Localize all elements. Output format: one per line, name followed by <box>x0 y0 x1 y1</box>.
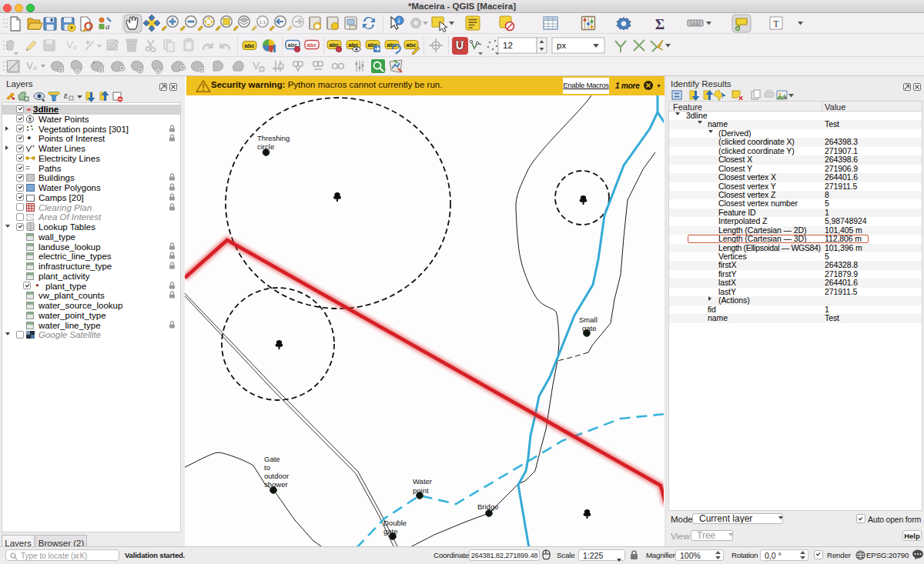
svg-text:abc: abc <box>307 42 317 48</box>
svg-text:outdoor: outdoor <box>264 472 289 480</box>
svg-text:145161: 145161 <box>690 22 701 26</box>
svg-text:point: point <box>413 486 429 495</box>
svg-text:1:1: 1:1 <box>259 20 266 25</box>
svg-text:gate: gate <box>582 324 597 332</box>
svg-text:Bridge: Bridge <box>477 502 498 511</box>
svg-text:circle: circle <box>257 142 274 151</box>
svg-text:12: 12 <box>503 41 513 50</box>
svg-text:ε: ε <box>64 91 68 100</box>
svg-text:Small: Small <box>579 315 598 324</box>
svg-text:gate: gate <box>383 527 398 536</box>
svg-text:Gate: Gate <box>264 455 280 463</box>
svg-text:to: to <box>264 463 270 472</box>
svg-text:T: T <box>773 18 779 29</box>
svg-text:Vₒ: Vₒ <box>26 60 37 72</box>
svg-text:Water: Water <box>413 477 432 486</box>
svg-text:Σ: Σ <box>655 16 665 32</box>
svg-text:shower: shower <box>264 480 288 489</box>
svg-text:px: px <box>557 41 566 50</box>
svg-text:Vₒ: Vₒ <box>66 39 77 51</box>
svg-text:a: a <box>105 22 110 31</box>
svg-text:Threshing: Threshing <box>257 134 290 142</box>
svg-text:Double: Double <box>383 519 407 527</box>
